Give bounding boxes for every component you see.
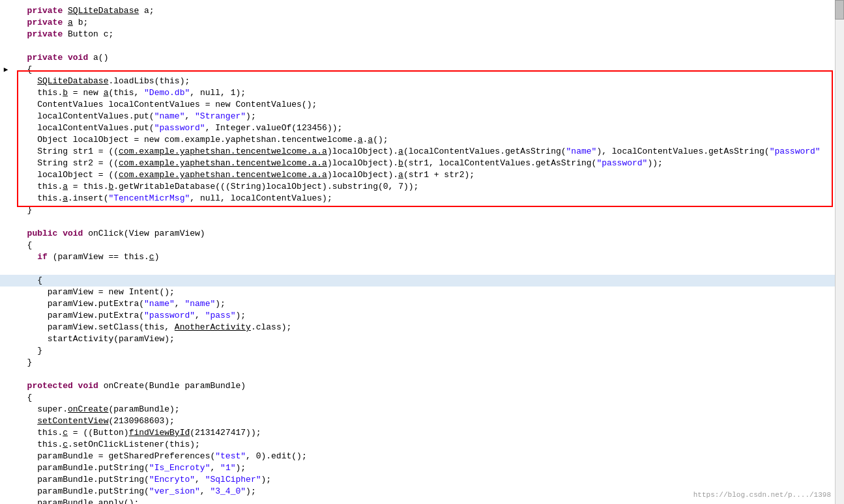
string-literal: "1" (220, 463, 235, 473)
code-text: , (210, 463, 220, 473)
identifier-underline: b (63, 88, 68, 98)
gutter-arrow-icon: ▶ (4, 64, 8, 76)
code-text: .class); (251, 322, 291, 332)
code-text: startActivity(paramView); (17, 334, 175, 344)
code-text: { (17, 393, 32, 402)
line-content: { (12, 275, 844, 287)
code-text: a; (139, 6, 154, 16)
code-text: ), localContentValues.getAsString( (596, 147, 769, 156)
code-line: paramView.putExtra("name", "name"); (0, 298, 844, 310)
code-text (17, 18, 27, 27)
scrollbar[interactable] (835, 0, 844, 504)
code-text: this. (17, 193, 63, 203)
string-literal: "name" (154, 111, 185, 121)
code-line (0, 369, 844, 380)
code-line: this.a.insert("TencentMicrMsg", null, lo… (0, 193, 844, 204)
code-text: paramBundle = getSharedPreferences( (17, 451, 215, 461)
line-content: protected void onCreate(Bundle paramBund… (12, 380, 844, 392)
identifier-underline: c (63, 428, 68, 438)
code-line: } (0, 204, 844, 216)
code-text (17, 53, 27, 63)
identifier-underline: a (358, 135, 363, 145)
code-line: Object localObject = new com.example.yap… (0, 134, 844, 146)
line-content: String str1 = ((com.example.yaphetshan.t… (12, 146, 844, 158)
string-literal: "password" (770, 147, 821, 156)
line-content: } (12, 345, 844, 357)
code-text: Object localObject = new com.example.yap… (17, 135, 358, 145)
code-line: this.c.setOnClickListener(this); (0, 439, 844, 451)
line-content: { (12, 392, 844, 404)
code-text: ); (215, 299, 226, 309)
code-text: paramBundle.putString( (17, 486, 149, 496)
code-text: , 0).edit(); (246, 451, 307, 461)
identifier-underline: findViewByIđ (129, 428, 190, 438)
code-line: private a b; (0, 17, 844, 29)
line-content: String str2 = ((com.example.yaphetshan.t… (12, 158, 844, 169)
code-text: localContentValues.put( (17, 111, 154, 121)
line-content: SQLiteDatabase.loadLibs(this); (12, 76, 844, 87)
code-text: { (17, 240, 32, 250)
code-text: .getWritableDatabase(((String)localObjec… (113, 182, 418, 191)
code-text: , (175, 299, 185, 309)
line-content: private a b; (12, 17, 844, 29)
code-text: = new (68, 88, 104, 98)
code-line: setContentView(2130968603); (0, 415, 844, 427)
code-text: )); (647, 158, 662, 168)
line-content: private Button c; (12, 29, 844, 40)
line-content: if (paramView == this.c) (12, 251, 844, 263)
line-content: } (12, 357, 844, 369)
code-text (17, 76, 37, 86)
code-line: startActivity(paramView); (0, 333, 844, 345)
line-gutter: ▶ (0, 64, 12, 76)
code-text: paramBundle.putString( (17, 475, 149, 484)
code-text: ContentValues localContentValues = new C… (17, 100, 317, 109)
code-text: (this, (108, 88, 144, 98)
code-line: paramBundle.putString("Is_Encroty", "1")… (0, 462, 844, 474)
code-text: paramView.putExtra( (17, 311, 144, 320)
identifier-underline: com.example.yaphetshan.tencentwelcome.a.… (119, 170, 327, 180)
keyword: private (27, 29, 68, 39)
keyword: private void (27, 53, 93, 63)
watermark: https://blog.csdn.net/p..../1398 (693, 491, 831, 499)
code-line: { (0, 392, 844, 404)
code-text (17, 6, 27, 16)
string-literal: "Encryto" (149, 475, 195, 484)
code-line: this.a = this.b.getWritableDatabase(((St… (0, 181, 844, 193)
code-line: private void a() (0, 52, 844, 64)
code-text: (); (373, 135, 388, 145)
code-text: ); (246, 486, 256, 496)
line-content: paramBundle.putString("Is_Encroty", "1")… (12, 462, 844, 474)
line-content: } (12, 204, 844, 216)
identifier-underline: a (368, 135, 373, 145)
line-content: public void onClick(View paramView) (12, 228, 844, 240)
code-editor: private SQLiteDatabase a; private a b; p… (0, 0, 844, 504)
line-content: localContentValues.put("name", "Stranger… (12, 111, 844, 122)
line-content: paramView.putExtra("name", "name"); (12, 298, 844, 310)
scrollbar-thumb[interactable] (835, 0, 844, 20)
code-line: super.onCreate(paramBundle); (0, 404, 844, 415)
code-text (17, 416, 37, 426)
code-line: paramBundle.putString("Encryto", "SqlCip… (0, 474, 844, 486)
code-line: private Button c; (0, 29, 844, 40)
code-text: onClick(View paramView) (88, 229, 205, 238)
identifier-underline: SQLiteDatabase (37, 76, 108, 86)
code-line: String str2 = ((com.example.yaphetshan.t… (0, 158, 844, 169)
string-literal: "password" (596, 158, 647, 168)
code-line: ▶ { (0, 64, 844, 76)
code-text: { (17, 64, 32, 74)
code-line: public void onClick(View paramView) (0, 228, 844, 240)
code-text: a() (93, 53, 108, 63)
code-text: this. (17, 88, 63, 98)
code-line: this.b = new a(this, "Demo.db", null, 1)… (0, 87, 844, 99)
keyword: private (27, 6, 68, 16)
code-text: paramView.putExtra( (17, 299, 144, 309)
code-text: ); (235, 463, 246, 473)
code-line: paramView.putExtra("password", "pass"); (0, 310, 844, 322)
string-literal: "SqlCipher" (205, 475, 261, 484)
identifier-underline: a (63, 193, 68, 203)
code-line: protected void onCreate(Bundle paramBund… (0, 380, 844, 392)
code-text: localContentValues.put( (17, 123, 154, 133)
line-content: setContentView(2130968603); (12, 415, 844, 427)
string-literal: "Demo.db" (144, 88, 190, 98)
code-line: localContentValues.put("name", "Stranger… (0, 111, 844, 122)
